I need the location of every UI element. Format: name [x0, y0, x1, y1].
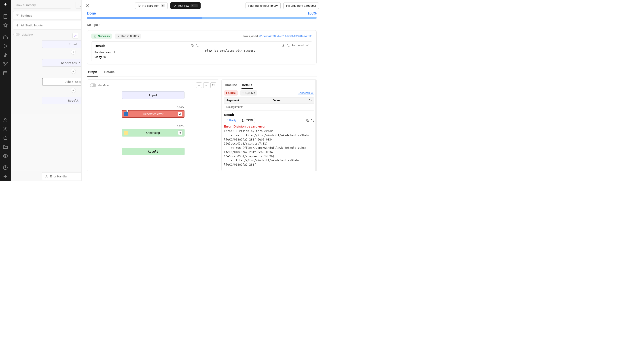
svg-rect-7 [4, 137, 7, 139]
fg-gen-badge: d [178, 112, 182, 116]
restart-from-button[interactable]: Re-start from d [135, 2, 168, 9]
collapse-icon[interactable] [3, 174, 8, 179]
static-inputs-label: All Static Inputs [21, 24, 43, 27]
sheet-body: No inputs Success Ran in 0,206s Flow's j… [82, 19, 322, 175]
svg-rect-12 [191, 44, 193, 46]
detail-row-1: Failure 0,066 s ...e3bccc03c8 [224, 90, 314, 96]
ranin-label: Ran in 0,206s [121, 35, 139, 38]
tab-timeline[interactable]: Timeline [224, 82, 238, 89]
tab-graph[interactable]: Graph [87, 68, 98, 77]
zoom-in-button[interactable]: + [196, 82, 202, 88]
svg-point-8 [5, 155, 6, 157]
settings-row[interactable]: Settings [13, 11, 82, 20]
success-label: Success [98, 35, 110, 38]
expand-result-icon[interactable] [311, 119, 314, 122]
bg-add-step-1[interactable]: + [71, 50, 76, 55]
fg-node-gen-error[interactable]: Generates error d [122, 110, 184, 118]
step-job-link[interactable]: ...e3bccc03c8 [298, 92, 314, 95]
gear-icon[interactable] [3, 126, 8, 132]
fill-args-button[interactable]: Fill args from a request [283, 2, 319, 9]
sheet-header: Re-start from d Test flow ⌘ ↵ Past Runs/… [82, 0, 322, 12]
fg-node-input[interactable]: Input [122, 91, 184, 99]
restart-label: Re-start from [142, 4, 160, 8]
result-tabs: Graph Details [87, 68, 317, 77]
dataflow-toggle[interactable] [14, 33, 20, 36]
bg-add-step-3[interactable]: + [71, 88, 76, 93]
check-icon [306, 44, 309, 47]
svg-rect-0 [4, 15, 7, 19]
logo-icon [3, 2, 8, 8]
status-pct: 100% [308, 12, 317, 16]
tab-step-details[interactable]: Details [242, 82, 253, 89]
flow-title-input[interactable]: Flow summary [13, 2, 71, 9]
pretty-button[interactable]: Pretty [224, 118, 238, 123]
pretty-label: Pretty [229, 119, 236, 122]
dataflow-label: dataflow [22, 33, 33, 36]
result-card: Success Ran in 0,206s Flow's job Id: 018… [87, 30, 317, 65]
bot-icon[interactable] [3, 135, 8, 141]
fg-node-other[interactable]: Other step e [122, 129, 184, 137]
dollar-icon[interactable] [3, 52, 8, 58]
user-icon[interactable] [3, 118, 8, 123]
expand-icon[interactable] [196, 44, 199, 47]
play-icon[interactable] [3, 43, 8, 49]
flow-graph: Input 0,066s Generates error d 0,075s [90, 91, 216, 155]
ranin-pill: Ran in 0,206s [115, 34, 141, 39]
svg-point-5 [4, 118, 6, 120]
zoom-out-button[interactable]: − [203, 82, 209, 88]
nav-rail [0, 0, 11, 181]
tab-details[interactable]: Details [103, 68, 116, 77]
expand-log-icon[interactable] [287, 44, 290, 47]
copy-button[interactable]: Copy [94, 55, 199, 59]
fg-other-label: Other step [146, 131, 160, 134]
copy-result-icon[interactable] [306, 119, 309, 122]
restart-kbd: d [161, 4, 165, 8]
graph-dataflow-label: dataflow [98, 84, 109, 87]
result-value: Random result [94, 51, 199, 54]
home-icon[interactable] [3, 35, 8, 40]
close-button[interactable] [85, 3, 90, 9]
retry-ring-icon [126, 110, 128, 112]
json-button[interactable]: {} JSON [240, 118, 255, 123]
download-icon[interactable] [282, 44, 285, 47]
fg-gen-label: Generates error [143, 112, 164, 116]
star-icon[interactable] [3, 23, 8, 28]
folder-icon[interactable] [3, 144, 8, 150]
log-message: Flow job completed with success [205, 49, 309, 52]
autoscroll-label[interactable]: Auto scroll [292, 44, 304, 47]
static-inputs-row[interactable]: All Static Inputs [13, 21, 82, 30]
arg-col-label: Argument [226, 99, 273, 102]
expand-args-icon[interactable] [309, 99, 312, 102]
svg-point-10 [94, 35, 96, 37]
calendar-icon[interactable] [3, 70, 8, 76]
success-pill: Success [91, 34, 112, 39]
eye-icon[interactable] [3, 153, 8, 159]
fg-gen-time: 0,066s [177, 106, 184, 109]
building-icon[interactable] [3, 14, 8, 19]
bg-add-step-2[interactable]: + [71, 69, 76, 74]
job-id: Flow's job Id: 018e9fa2-280d-7611-bc8f-1… [242, 35, 312, 38]
test-label: Test flow [178, 4, 189, 8]
help-icon[interactable] [3, 165, 8, 170]
dataflow-toggle-row[interactable]: dataflow [14, 33, 33, 36]
fg-node-result[interactable]: Result [122, 148, 184, 155]
magic-wand-button[interactable] [72, 33, 78, 39]
copy-icon[interactable] [191, 44, 194, 47]
graph-dataflow-toggle[interactable] [90, 84, 96, 87]
test-flow-button[interactable]: Test flow ⌘ ↵ [170, 2, 200, 9]
graph-top: dataflow + − [90, 82, 216, 88]
svg-rect-15 [307, 120, 309, 122]
past-runs-button[interactable]: Past Runs/Input library [246, 2, 281, 9]
jid-label: Flow's job Id: [242, 35, 258, 38]
ts-icon [124, 112, 128, 116]
graph-pane: dataflow + − Input 0,066s [87, 79, 219, 171]
fullscreen-button[interactable] [210, 82, 216, 88]
workflow-icon[interactable] [3, 61, 8, 67]
svg-point-3 [5, 65, 6, 66]
jid-link[interactable]: 018e9fa2-280d-7611-bc8f-133a8ee401fd [260, 35, 312, 38]
result-grid: Result Random result Copy Auto scroll Fl… [91, 41, 312, 61]
svg-point-6 [5, 128, 6, 130]
svg-rect-13 [104, 57, 106, 58]
progress-bar [87, 17, 317, 19]
scrollbar[interactable] [315, 79, 317, 171]
